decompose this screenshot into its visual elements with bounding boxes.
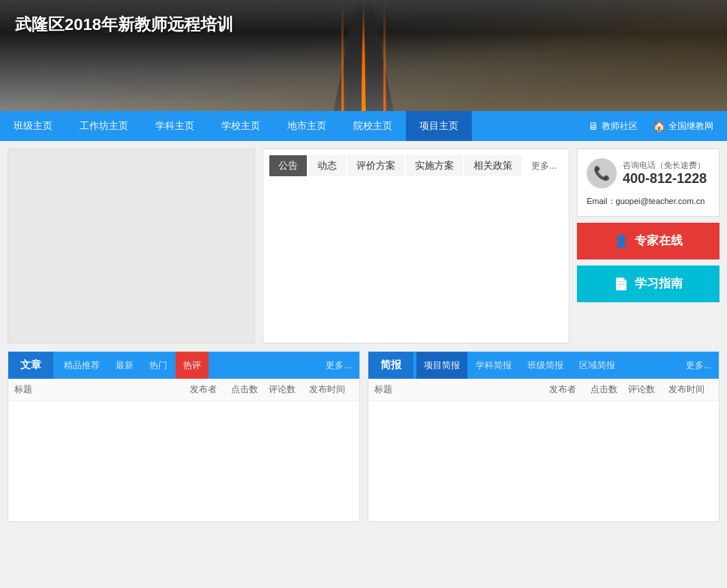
articles-panel: 文章 精品推荐 最新 热门 热评 更多... 标题 发布者 点击数 评论数 发布… (8, 351, 360, 522)
main-content: 公告 动态 评价方案 实施方案 相关政策 更多... 📞 咨询电话（免长途费） … (0, 141, 727, 530)
briefs-col-title-label: 标题 (374, 383, 541, 396)
nav-right: 🖥 教师社区 🏠 全国继教网 (582, 120, 727, 133)
tab-announcement[interactable]: 公告 (269, 155, 307, 176)
tab-dynamics[interactable]: 动态 (308, 155, 346, 176)
top-section: 公告 动态 评价方案 实施方案 相关政策 更多... 📞 咨询电话（免长途费） … (8, 148, 719, 344)
tab-implementation[interactable]: 实施方案 (406, 155, 463, 176)
road-line-right (383, 0, 386, 111)
monitor-icon: 🖥 (588, 120, 599, 132)
announcement-more[interactable]: 更多... (525, 156, 563, 176)
tab-policy[interactable]: 相关政策 (464, 155, 521, 176)
briefs-col-comments-label: 评论数 (623, 383, 660, 396)
national-education-label: 全国继教网 (668, 120, 713, 133)
phone-icon: 📞 (587, 158, 617, 188)
col-comments-label: 评论数 (263, 383, 301, 396)
person-icon: 👤 (614, 234, 629, 248)
briefs-title: 简报 (368, 352, 413, 379)
tab-hot-comment[interactable]: 热评 (176, 352, 209, 379)
briefs-more[interactable]: 更多... (678, 359, 719, 372)
nav-item-school[interactable]: 学校主页 (208, 111, 274, 141)
right-sidebar: 📞 咨询电话（免长途费） 400-812-1228 Email：guopei@t… (577, 148, 719, 344)
contact-box: 📞 咨询电话（免长途费） 400-812-1228 Email：guopei@t… (577, 148, 719, 217)
tab-class-brief[interactable]: 班级简报 (520, 352, 571, 379)
briefs-col-author-label: 发布者 (540, 383, 585, 396)
nav-item-subject[interactable]: 学科主页 (142, 111, 208, 141)
tab-popular[interactable]: 热门 (142, 352, 175, 379)
home-icon: 🏠 (653, 120, 665, 132)
tab-newest[interactable]: 最新 (108, 352, 141, 379)
briefs-panel: 简报 项目简报 学科简报 班级简报 区域简报 更多... 标题 发布者 点击数 … (368, 351, 720, 522)
articles-more[interactable]: 更多... (318, 359, 359, 372)
articles-table-body (8, 401, 359, 521)
contact-title: 咨询电话（免长途费） (623, 160, 707, 171)
contact-email: Email：guopei@teacher.com.cn (587, 196, 710, 207)
articles-tabs: 精品推荐 最新 热门 热评 (53, 352, 318, 379)
nav-item-class[interactable]: 班级主页 (0, 111, 66, 141)
briefs-table-body (368, 401, 719, 521)
tab-featured[interactable]: 精品推荐 (56, 352, 107, 379)
document-icon: 📄 (614, 277, 629, 291)
nav-item-college[interactable]: 院校主页 (340, 111, 406, 141)
teacher-community-label: 教师社区 (602, 120, 638, 133)
bottom-section: 文章 精品推荐 最新 热门 热评 更多... 标题 发布者 点击数 评论数 发布… (8, 351, 719, 522)
nav-national-education[interactable]: 🏠 全国继教网 (647, 120, 719, 133)
col-title-label: 标题 (14, 383, 181, 396)
nav-items: 班级主页 工作坊主页 学科主页 学校主页 地市主页 院校主页 项目主页 (0, 111, 582, 141)
nav-teacher-community[interactable]: 🖥 教师社区 (582, 120, 644, 133)
expert-btn-label: 专家在线 (635, 233, 683, 249)
nav-item-workshop[interactable]: 工作坊主页 (66, 111, 142, 141)
briefs-tabs: 项目简报 学科简报 班级简报 区域简报 (413, 352, 678, 379)
email-value: guopei@teacher.com.cn (616, 196, 705, 206)
contact-header: 📞 咨询电话（免长途费） 400-812-1228 (587, 158, 710, 188)
announcement-content (263, 176, 569, 326)
col-author-label: 发布者 (181, 383, 226, 396)
email-label: Email： (587, 196, 616, 206)
tab-evaluation[interactable]: 评价方案 (347, 155, 404, 176)
study-guide-button[interactable]: 📄 学习指南 (577, 266, 719, 302)
tab-region-brief[interactable]: 区域简报 (572, 352, 623, 379)
briefs-col-date-label: 发布时间 (660, 383, 713, 396)
briefs-table-header: 标题 发布者 点击数 评论数 发布时间 (368, 379, 719, 401)
articles-table-header: 标题 发布者 点击数 评论数 发布时间 (8, 379, 359, 401)
left-image-area (8, 148, 255, 344)
page-title: 武隆区2018年新教师远程培训 (15, 14, 233, 36)
briefs-col-views-label: 点击数 (585, 383, 623, 396)
col-date-label: 发布时间 (301, 383, 353, 396)
guide-btn-label: 学习指南 (635, 276, 683, 292)
briefs-header: 简报 项目简报 学科简报 班级简报 区域简报 更多... (368, 352, 719, 379)
header-banner: 武隆区2018年新教师远程培训 (0, 0, 727, 111)
articles-header: 文章 精品推荐 最新 热门 热评 更多... (8, 352, 359, 379)
middle-content: 公告 动态 评价方案 实施方案 相关政策 更多... (263, 148, 569, 344)
tab-project-brief[interactable]: 项目简报 (416, 352, 467, 379)
announcement-tabs: 公告 动态 评价方案 实施方案 相关政策 更多... (263, 149, 569, 176)
col-views-label: 点击数 (226, 383, 263, 396)
road-line-left (341, 0, 344, 111)
expert-online-button[interactable]: 👤 专家在线 (577, 223, 719, 260)
contact-phone: 400-812-1228 (623, 171, 707, 187)
contact-info: 咨询电话（免长途费） 400-812-1228 (623, 160, 707, 187)
articles-title: 文章 (8, 352, 53, 379)
tab-subject-brief[interactable]: 学科简报 (468, 352, 519, 379)
nav-bar: 班级主页 工作坊主页 学科主页 学校主页 地市主页 院校主页 项目主页 🖥 教师… (0, 111, 727, 141)
nav-item-project[interactable]: 项目主页 (406, 111, 472, 141)
nav-item-city[interactable]: 地市主页 (274, 111, 340, 141)
